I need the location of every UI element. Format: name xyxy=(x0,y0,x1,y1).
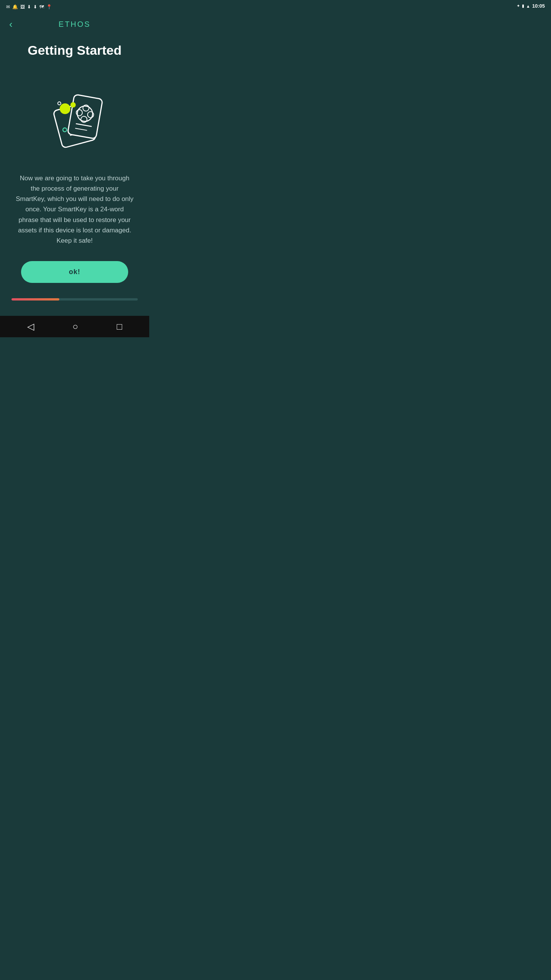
svg-point-14 xyxy=(58,102,61,105)
location-icon: 📍 xyxy=(46,4,52,10)
map-icon: 🗺 xyxy=(39,4,44,10)
svg-point-13 xyxy=(70,102,76,108)
main-content: Getting Started No xyxy=(0,35,149,316)
svg-point-1 xyxy=(62,127,67,132)
status-bar: ✉ 🔔 🖼 ⬇ ⬇ 🗺 📍 ✦ ▮ ▲ 10:05 xyxy=(0,0,149,14)
progress-bar-fill xyxy=(11,298,59,301)
download2-icon: ⬇ xyxy=(33,4,37,10)
email-icon: ✉ xyxy=(6,4,10,10)
status-bar-icons: ✉ 🔔 🖼 ⬇ ⬇ 🗺 📍 xyxy=(6,4,52,10)
notification-icon: 🔔 xyxy=(12,4,18,10)
back-button[interactable]: ‹ xyxy=(8,17,14,32)
progress-bar-container xyxy=(11,298,138,301)
photo-icon: 🖼 xyxy=(20,4,25,10)
download-icon: ⬇ xyxy=(27,4,31,10)
nav-back-button[interactable]: ◁ xyxy=(27,321,34,332)
back-icon: ‹ xyxy=(9,18,13,30)
description-text: Now we are going to take you through the… xyxy=(11,173,138,246)
page-title: Getting Started xyxy=(28,42,122,58)
nav-home-button[interactable]: ○ xyxy=(73,321,78,332)
bottom-nav: ◁ ○ □ xyxy=(0,316,149,337)
smartkey-illustration xyxy=(36,77,113,154)
nav-recents-button[interactable]: □ xyxy=(117,321,122,332)
illustration-container xyxy=(33,74,117,158)
header-title: Ethos xyxy=(59,20,91,29)
ok-button[interactable]: ok! xyxy=(21,261,128,283)
header: ‹ Ethos xyxy=(0,14,149,35)
svg-point-12 xyxy=(60,103,70,114)
